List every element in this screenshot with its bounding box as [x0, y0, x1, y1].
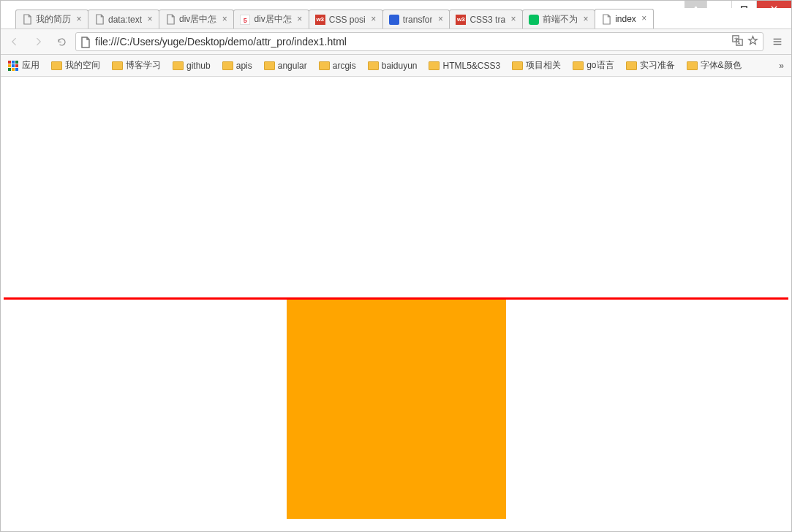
bookmark-label: 实习准备	[640, 59, 675, 72]
tab-title: div居中怎	[179, 13, 216, 26]
tab-title: index	[615, 14, 636, 24]
page-icon	[94, 15, 105, 25]
folder-icon	[512, 61, 523, 70]
bookmark-folder[interactable]: angular	[261, 58, 310, 73]
browser-tab[interactable]: 我的简历×	[15, 10, 88, 28]
page-icon	[165, 15, 176, 25]
bookmark-label: arcgis	[333, 61, 356, 71]
bookmark-folder[interactable]: HTML5&CSS3	[426, 58, 503, 73]
folder-icon	[51, 61, 62, 70]
page-viewport	[1, 77, 791, 532]
bookmark-label: apis	[236, 61, 252, 71]
bookmark-folder[interactable]: baiduyun	[365, 58, 420, 73]
orange-box	[287, 300, 506, 519]
url-text: file:///C:/Users/yuge/Desktop/demo/attr_…	[95, 36, 347, 48]
browser-tab[interactable]: data:text×	[88, 10, 159, 28]
close-icon[interactable]: ×	[509, 15, 518, 24]
apps-icon	[8, 61, 18, 71]
page-icon	[22, 15, 32, 25]
browser-tab[interactable]: index×	[595, 9, 654, 28]
bookmark-folder[interactable]: arcgis	[316, 58, 359, 73]
tab-title: CSS posi	[329, 15, 366, 25]
close-icon[interactable]: ×	[369, 15, 378, 24]
page-icon	[80, 37, 91, 47]
translate-icon[interactable]: 文A	[732, 35, 743, 48]
browser-tab[interactable]: 5div居中怎×	[233, 10, 309, 28]
folder-icon	[264, 61, 275, 70]
menu-button[interactable]	[768, 32, 787, 51]
tab-title: 我的简历	[36, 13, 71, 26]
tab-strip: 我的简历×data:text×div居中怎×5div居中怎×w3CSS posi…	[1, 8, 791, 28]
tab-title: transfor	[403, 15, 433, 25]
bookmark-folder[interactable]: 实习准备	[623, 58, 678, 73]
folder-icon	[429, 61, 440, 70]
folder-icon	[319, 61, 330, 70]
forward-button[interactable]	[29, 32, 48, 51]
folder-icon	[626, 61, 637, 70]
close-icon[interactable]: ×	[75, 15, 83, 24]
browser-tab[interactable]: div居中怎×	[159, 10, 234, 28]
page-icon	[601, 14, 611, 24]
bookmark-label: HTML5&CSS3	[442, 61, 500, 71]
bookmark-folder[interactable]: 我的空间	[48, 58, 103, 73]
tab-title: CSS3 tra	[469, 15, 505, 25]
bookmark-label: angular	[278, 61, 307, 71]
back-button[interactable]	[5, 32, 24, 51]
star-icon[interactable]	[747, 35, 758, 48]
bookmark-label: baiduyun	[382, 61, 418, 71]
tab-title: div居中怎	[254, 13, 291, 26]
bookmark-label: 项目相关	[526, 59, 561, 72]
close-icon[interactable]: ×	[436, 15, 445, 24]
folder-icon	[687, 61, 698, 70]
address-bar[interactable]: file:///C:/Users/yuge/Desktop/demo/attr_…	[75, 32, 763, 51]
tab-title: 前端不为	[543, 13, 578, 26]
apps-button[interactable]: 应用	[5, 58, 42, 73]
bookmarks-bar: 应用 我的空间博客学习githubapisangulararcgisbaiduy…	[1, 55, 791, 77]
wechat-icon	[529, 15, 539, 25]
baidu-icon	[389, 15, 399, 25]
folder-icon	[573, 61, 584, 70]
close-icon[interactable]: ×	[220, 15, 229, 24]
bookmark-label: github	[186, 61, 211, 71]
bookmark-label: 博客学习	[126, 59, 161, 72]
w3-icon: w3	[315, 15, 325, 25]
folder-icon	[112, 61, 123, 70]
folder-icon	[222, 61, 233, 70]
bookmark-folder[interactable]: 字体&颜色	[684, 58, 744, 73]
svg-text:A: A	[738, 41, 741, 45]
reload-button[interactable]	[52, 32, 71, 51]
bookmark-folder[interactable]: apis	[219, 58, 255, 73]
browser-tab[interactable]: 前端不为×	[522, 10, 595, 28]
bookmark-label: 字体&颜色	[701, 59, 742, 72]
s5-icon: 5	[240, 15, 250, 25]
folder-icon	[368, 61, 379, 70]
bookmark-folder[interactable]: 项目相关	[509, 58, 564, 73]
bookmark-folder[interactable]: 博客学习	[109, 58, 164, 73]
address-actions: 文A	[732, 35, 758, 48]
bookmarks-overflow[interactable]: »	[776, 61, 787, 71]
w3-icon: w3	[456, 15, 466, 25]
tab-title: data:text	[108, 15, 142, 25]
bookmark-folder[interactable]: go语言	[570, 58, 616, 73]
apps-label: 应用	[22, 59, 39, 72]
close-icon[interactable]: ×	[581, 15, 590, 24]
close-icon[interactable]: ×	[295, 15, 304, 24]
folder-icon	[173, 61, 184, 70]
browser-tab[interactable]: transfor×	[382, 10, 450, 28]
close-icon[interactable]: ×	[146, 15, 154, 24]
bookmark-label: go语言	[587, 59, 614, 72]
bookmark-label: 我的空间	[65, 59, 100, 72]
close-icon[interactable]: ×	[640, 15, 649, 23]
browser-tab[interactable]: w3CSS posi×	[309, 10, 383, 28]
window-titlebar	[1, 1, 791, 8]
browser-toolbar: file:///C:/Users/yuge/Desktop/demo/attr_…	[1, 28, 791, 55]
bookmark-folder[interactable]: github	[170, 58, 214, 73]
browser-tab[interactable]: w3CSS3 tra×	[449, 10, 523, 28]
